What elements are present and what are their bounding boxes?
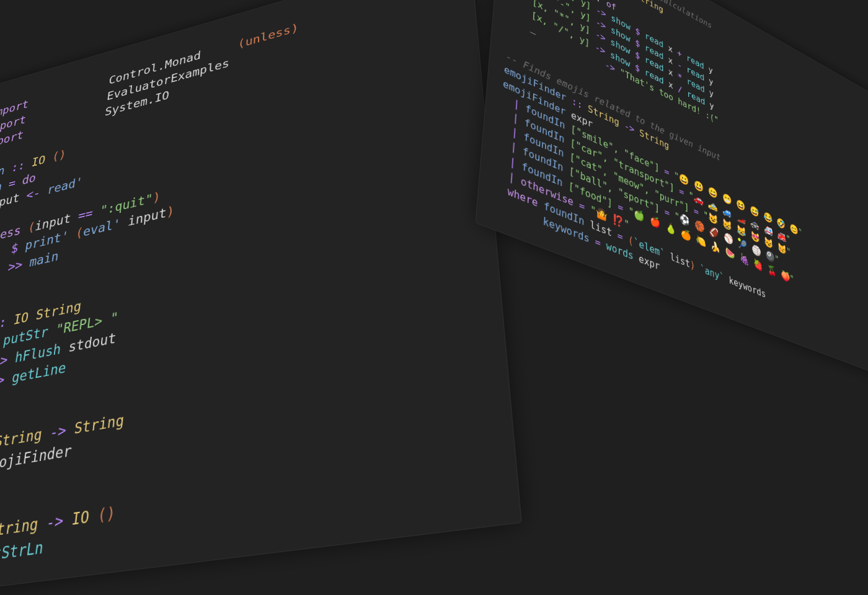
pipe-3: | — [512, 125, 518, 140]
read-call-1: read' — [46, 175, 84, 197]
op-plus: + — [677, 48, 682, 60]
do-kw: do — [21, 171, 37, 187]
wild-pat: _ — [530, 22, 536, 35]
r-eq-g6: = — [579, 199, 585, 213]
y-4: y — [709, 99, 714, 111]
r-eq-g5: = — [618, 200, 623, 214]
r-eq-g3: = — [694, 205, 699, 218]
bind-arrow: <- — [25, 186, 42, 202]
pipe-1: | — [513, 97, 520, 111]
code-card-main: import Control.Monad (unless) import Eva… — [0, 0, 522, 595]
y-1: y — [708, 64, 713, 76]
unless-kw: unless — [0, 223, 22, 247]
putstrln-fn: putStrLn — [0, 537, 45, 565]
list-use: list — [670, 250, 691, 270]
keywords-use: keywords — [728, 274, 766, 300]
op-times: * — [678, 71, 683, 84]
dollar-1: $ — [10, 241, 19, 256]
io-ty-2: IO — [71, 508, 90, 529]
string-ty-1: String — [0, 426, 43, 450]
r-eq-g4: = — [665, 206, 670, 220]
unit-2: () — [97, 504, 116, 526]
r-dollar-3: $ — [635, 49, 640, 61]
input-var: input — [0, 191, 20, 213]
x-2: x — [668, 55, 673, 67]
rparen-1: ) — [152, 189, 161, 205]
pipe-2: | — [512, 111, 519, 125]
of-kw: of — [606, 0, 616, 13]
io-ty-1: IO — [30, 153, 46, 169]
rparen-w: ) — [690, 258, 695, 272]
seq-1: >> — [7, 257, 24, 274]
r-dollar-1: $ — [635, 25, 640, 38]
pipe-4: | — [510, 140, 517, 154]
import-kw-3: import — [0, 128, 24, 151]
code-card-examples: -- Does really really simple calculation… — [475, 0, 868, 385]
pipe-6: | — [508, 169, 515, 184]
import-items-1: (unless) — [237, 21, 299, 50]
pipe-5: | — [509, 154, 516, 169]
r-arrow-2: -> — [624, 120, 635, 136]
string-ty-3: String — [0, 515, 39, 540]
r-dc-2: :: — [572, 96, 583, 112]
r-eq-w2: = — [595, 235, 601, 249]
seq-2: >> — [0, 351, 9, 370]
y-3: y — [709, 87, 714, 99]
seq-3: >> — [0, 371, 6, 390]
unit-1: () — [51, 147, 67, 163]
x-3: x — [668, 66, 673, 79]
x-1: x — [668, 43, 673, 55]
string-ty-2: String — [73, 411, 125, 437]
arrow-2: -> — [45, 511, 64, 532]
op-minus: - — [677, 60, 682, 71]
op-div: / — [678, 83, 683, 96]
rparen-2: ) — [166, 204, 175, 220]
r-eq-g1: = — [664, 165, 669, 178]
y-2: y — [709, 76, 714, 87]
eqeq-op: == — [78, 206, 94, 223]
r-dollar-2: $ — [635, 37, 640, 50]
any-fn: `any` — [700, 262, 724, 284]
eq-1: = — [7, 176, 16, 190]
dbl-colon-1: :: — [11, 158, 26, 174]
r-str-ty-2: String — [636, 0, 663, 15]
r-dollar-4: $ — [635, 61, 640, 74]
arrow-1: -> — [49, 421, 68, 441]
r-eq-w1: = — [618, 229, 623, 243]
dbl-colon-2: :: — [0, 314, 7, 332]
x-4: x — [668, 78, 673, 91]
main-rec: main — [29, 249, 60, 270]
r-eq-g2: = — [679, 185, 684, 198]
